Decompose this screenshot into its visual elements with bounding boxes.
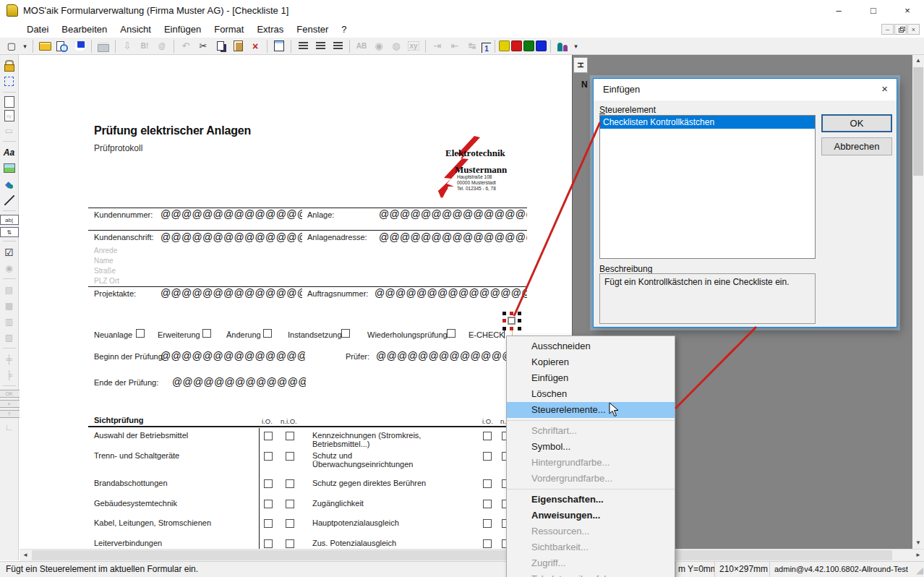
users-dropdown[interactable]: ▾ bbox=[572, 39, 580, 54]
control-listbox[interactable]: Checklisten Kontrollkästchen bbox=[599, 115, 816, 259]
table-icon-2[interactable]: ▦ bbox=[1, 299, 17, 312]
scroll-up-icon[interactable]: ▲ bbox=[912, 55, 924, 67]
menu-item[interactable]: Einfügen bbox=[507, 370, 675, 386]
scroll-left-icon[interactable]: ◄ bbox=[20, 550, 31, 561]
document-page[interactable] bbox=[20, 55, 572, 549]
save-button[interactable] bbox=[72, 39, 87, 54]
text-icon[interactable]: Aa bbox=[1, 145, 17, 159]
menu-item[interactable]: Kopieren bbox=[507, 354, 675, 370]
menu-item[interactable]: Ausschneiden bbox=[507, 338, 675, 354]
ruler-handle[interactable]: H bbox=[573, 57, 588, 73]
menu-item[interactable]: Tabulatorreihenfolge... bbox=[507, 571, 675, 577]
close-button[interactable]: × bbox=[897, 4, 918, 17]
lock-icon[interactable] bbox=[1, 59, 17, 72]
vertical-scrollbar[interactable]: ▲ ▼ bbox=[912, 55, 924, 549]
search-button[interactable]: @ bbox=[154, 39, 170, 54]
align-left-button[interactable] bbox=[295, 39, 311, 54]
shapes-icon[interactable]: ◆ bbox=[1, 177, 17, 191]
menu-item[interactable]: ? bbox=[335, 22, 353, 37]
align-center-button[interactable] bbox=[312, 39, 328, 54]
module-yellow-button[interactable] bbox=[499, 40, 510, 51]
page-number-button[interactable]: 1 bbox=[482, 43, 491, 53]
menu-item[interactable]: Vordergrundfarbe... bbox=[507, 471, 675, 487]
resize-grip[interactable]: ◢ bbox=[916, 565, 923, 576]
corner-icon[interactable]: ∟ bbox=[1, 420, 17, 434]
properties-button[interactable] bbox=[271, 39, 287, 54]
insert-column-button[interactable]: ⇥ bbox=[429, 39, 445, 54]
slider-icon[interactable]: ╞ bbox=[1, 368, 17, 382]
align-right-button[interactable] bbox=[330, 39, 346, 54]
menu-item[interactable]: Einfügen bbox=[158, 22, 208, 37]
close-button-icon[interactable]: × bbox=[0, 400, 20, 408]
new-form-button[interactable]: ▢ bbox=[4, 39, 20, 54]
replace-button[interactable]: B! bbox=[137, 39, 153, 54]
cut-button[interactable]: ✂ bbox=[195, 39, 211, 54]
print-button[interactable] bbox=[95, 39, 111, 54]
menu-item[interactable]: Format bbox=[208, 22, 250, 37]
scrollbar-thumb[interactable] bbox=[913, 67, 923, 176]
module-blue-button[interactable] bbox=[536, 40, 547, 51]
ok-button[interactable]: OK bbox=[821, 114, 892, 132]
sphere-button[interactable]: ◍ bbox=[388, 39, 404, 54]
preview-button[interactable] bbox=[54, 39, 70, 54]
xy-page-icon[interactable]: xy bbox=[4, 110, 14, 121]
help-button-icon[interactable]: ? bbox=[0, 410, 20, 418]
delete-button[interactable]: × bbox=[247, 39, 263, 54]
listbox-item[interactable]: Checklisten Kontrollkästchen bbox=[600, 116, 815, 129]
mdi-restore-button[interactable] bbox=[894, 24, 907, 35]
selection-frame-icon[interactable] bbox=[1, 74, 17, 88]
dialog-close-icon[interactable]: × bbox=[881, 82, 888, 95]
checkbox-icon[interactable]: ☑ bbox=[1, 245, 17, 259]
selected-control-marker[interactable] bbox=[502, 312, 521, 330]
ruler-icon[interactable]: ╪ bbox=[1, 352, 17, 366]
menu-item[interactable]: Ressourcen... bbox=[507, 523, 675, 539]
export-button[interactable]: ⇩ bbox=[119, 39, 135, 54]
table-icon-3[interactable]: ▥ bbox=[1, 315, 17, 328]
menu-item[interactable]: Sichtbarkeit... bbox=[507, 539, 675, 555]
new-page-icon[interactable] bbox=[4, 96, 14, 108]
menu-item[interactable]: Zugriff... bbox=[507, 555, 675, 571]
menu-item[interactable]: Hintergrundfarbe... bbox=[507, 455, 675, 471]
maximize-button[interactable]: □ bbox=[863, 4, 884, 17]
module-green-button[interactable] bbox=[523, 40, 534, 51]
checkbox-control[interactable] bbox=[508, 317, 516, 325]
menu-item[interactable]: Löschen bbox=[507, 386, 675, 402]
copy-button[interactable] bbox=[213, 39, 228, 54]
scroll-right-icon[interactable]: ► bbox=[912, 550, 924, 561]
scrollbar-thumb[interactable] bbox=[32, 550, 892, 560]
cancel-button[interactable]: Abbrechen bbox=[821, 137, 892, 155]
mdi-close-button[interactable]: × bbox=[907, 24, 920, 35]
module-red-button[interactable] bbox=[511, 40, 522, 51]
ok-button-icon[interactable]: OK bbox=[0, 390, 20, 398]
users-button[interactable] bbox=[555, 39, 570, 54]
table-icon-1[interactable]: ▤ bbox=[1, 283, 17, 296]
listbox-icon[interactable]: ⇅ bbox=[0, 227, 19, 237]
globe-button[interactable]: ◉ bbox=[371, 39, 387, 54]
menu-item[interactable]: Schriftart... bbox=[507, 423, 675, 439]
mdi-minimize-button[interactable]: – bbox=[881, 24, 894, 35]
table-icon-4[interactable]: ▧ bbox=[1, 330, 17, 344]
menu-item[interactable]: Ansicht bbox=[114, 22, 158, 37]
image-icon[interactable] bbox=[1, 161, 17, 175]
new-form-dropdown[interactable]: ▾ bbox=[21, 39, 29, 54]
open-button[interactable] bbox=[37, 39, 53, 54]
radio-icon[interactable]: ◉ bbox=[1, 261, 17, 275]
horizontal-scrollbar[interactable]: ◄ ► bbox=[20, 549, 924, 561]
menu-item[interactable]: Eigenschaften... bbox=[507, 492, 675, 508]
menu-item[interactable]: Symbol... bbox=[507, 439, 675, 455]
dialog-title-bar[interactable]: Einfügen × bbox=[594, 79, 897, 101]
menu-item[interactable]: Fenster bbox=[290, 22, 335, 37]
menu-item[interactable]: Steuerelemente... bbox=[507, 402, 675, 418]
minimize-button[interactable]: – bbox=[828, 4, 850, 17]
font-replace-button[interactable]: AB bbox=[354, 39, 369, 54]
fit-width-button[interactable]: ↹ bbox=[464, 39, 480, 54]
paste-button[interactable] bbox=[230, 39, 246, 54]
textfield-icon[interactable]: ab| bbox=[0, 215, 19, 225]
menu-item[interactable]: Anweisungen... bbox=[507, 508, 675, 523]
menu-item[interactable]: Bearbeiten bbox=[55, 22, 114, 37]
line-icon[interactable] bbox=[1, 193, 17, 207]
insert-row-button[interactable]: ⇤ bbox=[447, 39, 463, 54]
rectangle-icon[interactable]: ▭ bbox=[1, 124, 17, 137]
scroll-down-icon[interactable]: ▼ bbox=[912, 537, 924, 549]
undo-button[interactable]: ↶ bbox=[178, 39, 194, 54]
